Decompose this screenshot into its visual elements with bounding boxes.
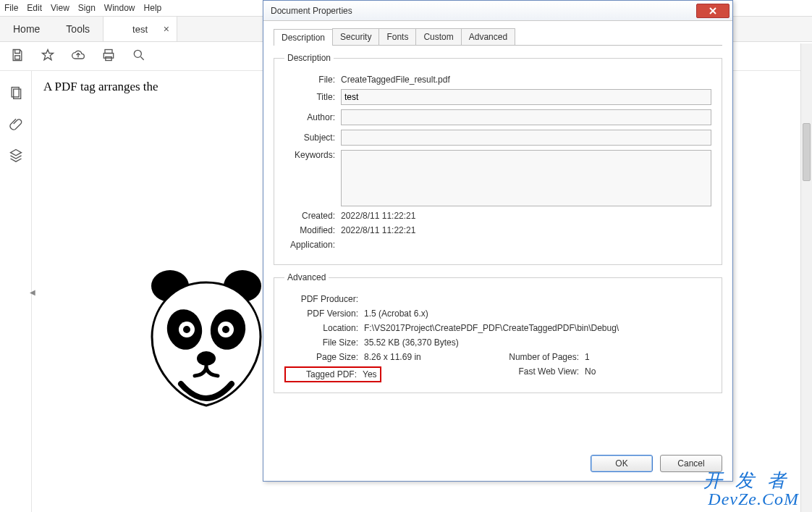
description-legend: Description xyxy=(284,53,334,63)
scrollbar-thumb[interactable] xyxy=(803,123,811,181)
star-icon[interactable] xyxy=(41,48,55,64)
document-body-text: A PDF tag arranges the xyxy=(43,80,261,94)
document-tab[interactable]: test × xyxy=(103,17,177,41)
svg-rect-1 xyxy=(105,50,112,54)
tab-advanced[interactable]: Advanced xyxy=(461,28,515,45)
keywords-field[interactable] xyxy=(341,150,711,206)
file-label: File: xyxy=(284,75,341,85)
scrollbar[interactable] xyxy=(800,43,812,512)
fastweb-label: Fast Web View: xyxy=(498,366,585,382)
save-icon[interactable] xyxy=(10,48,25,64)
tagged-value: Yes xyxy=(363,369,377,379)
ok-button[interactable]: OK xyxy=(591,455,653,472)
dialog-title: Document Properties xyxy=(271,6,352,16)
subject-field[interactable] xyxy=(341,130,711,146)
dialog-titlebar[interactable]: Document Properties xyxy=(263,1,732,21)
menu-help[interactable]: Help xyxy=(144,3,162,13)
tagged-label: Tagged PDF: xyxy=(289,369,363,379)
document-tab-title: test xyxy=(132,24,148,35)
menu-view[interactable]: View xyxy=(51,3,69,13)
author-label: Author: xyxy=(284,112,341,122)
svg-point-13 xyxy=(183,326,190,333)
watermark-line2: DevZe.CoM xyxy=(703,490,799,508)
menu-sign[interactable]: Sign xyxy=(78,3,96,13)
location-label: Location: xyxy=(284,323,364,333)
close-icon[interactable]: × xyxy=(164,23,169,35)
watermark-line1: 开发者 xyxy=(703,471,799,490)
cloud-upload-icon[interactable] xyxy=(71,48,85,64)
pagesize-value: 8.26 x 11.69 in xyxy=(364,352,421,362)
svg-rect-0 xyxy=(15,56,20,59)
tab-description[interactable]: Description xyxy=(274,29,333,46)
menu-edit[interactable]: Edit xyxy=(27,3,42,13)
tab-tools[interactable]: Tools xyxy=(53,17,103,41)
filesize-label: File Size: xyxy=(284,337,364,348)
pagesize-label: Page Size: xyxy=(284,352,364,362)
dialog-tabs: Description Security Fonts Custom Advanc… xyxy=(274,28,722,46)
advanced-group: Advanced PDF Producer: PDF Version: 1.5 … xyxy=(274,272,722,393)
page-area: A PDF tag arranges the xyxy=(43,80,261,224)
producer-label: PDF Producer: xyxy=(284,294,364,304)
search-icon[interactable] xyxy=(132,48,146,64)
svg-rect-3 xyxy=(106,57,111,61)
watermark: 开发者 DevZe.CoM xyxy=(703,471,799,508)
menu-window[interactable]: Window xyxy=(104,3,135,13)
description-group: Description File: CreateTaggedFile_resul… xyxy=(274,53,722,265)
tab-fonts[interactable]: Fonts xyxy=(378,28,416,45)
tab-custom[interactable]: Custom xyxy=(415,28,461,45)
subject-label: Subject: xyxy=(284,133,341,143)
filesize-value: 35.52 KB (36,370 Bytes) xyxy=(364,337,459,348)
svg-point-15 xyxy=(197,351,216,366)
tab-home[interactable]: Home xyxy=(0,17,53,41)
title-field[interactable] xyxy=(341,89,711,105)
menu-file[interactable]: File xyxy=(4,3,18,13)
numpages-label: Number of Pages: xyxy=(498,352,585,362)
dialog-close-button[interactable] xyxy=(696,4,729,18)
file-value: CreateTaggedFile_result.pdf xyxy=(341,75,450,85)
panda-image xyxy=(145,268,268,415)
title-label: Title: xyxy=(284,92,341,102)
numpages-value: 1 xyxy=(585,352,590,362)
location-value: F:\VS2017Project\CreatePDF_PDF\CreateTag… xyxy=(364,323,619,333)
keywords-label: Keywords: xyxy=(284,150,341,160)
modified-label: Modified: xyxy=(284,225,341,235)
tab-security[interactable]: Security xyxy=(332,28,379,45)
version-label: PDF Version: xyxy=(284,309,364,319)
side-panel: ◀ xyxy=(0,71,32,512)
author-field[interactable] xyxy=(341,109,711,125)
attachments-icon[interactable] xyxy=(9,117,23,133)
pages-icon[interactable] xyxy=(9,85,23,102)
fastweb-value: No xyxy=(585,366,596,382)
collapse-icon[interactable]: ◀ xyxy=(30,288,35,296)
version-value: 1.5 (Acrobat 6.x) xyxy=(364,309,428,319)
layers-icon[interactable] xyxy=(9,148,23,164)
modified-value: 2022/8/11 11:22:21 xyxy=(341,225,415,235)
svg-point-14 xyxy=(222,326,229,333)
created-value: 2022/8/11 11:22:21 xyxy=(341,211,415,221)
print-icon[interactable] xyxy=(101,48,116,64)
created-label: Created: xyxy=(284,211,341,221)
svg-point-4 xyxy=(134,50,141,57)
tagged-pdf-highlight: Tagged PDF: Yes xyxy=(284,366,381,382)
advanced-legend: Advanced xyxy=(284,272,329,282)
application-label: Application: xyxy=(284,240,341,250)
document-properties-dialog: Document Properties Description Security… xyxy=(263,0,733,482)
